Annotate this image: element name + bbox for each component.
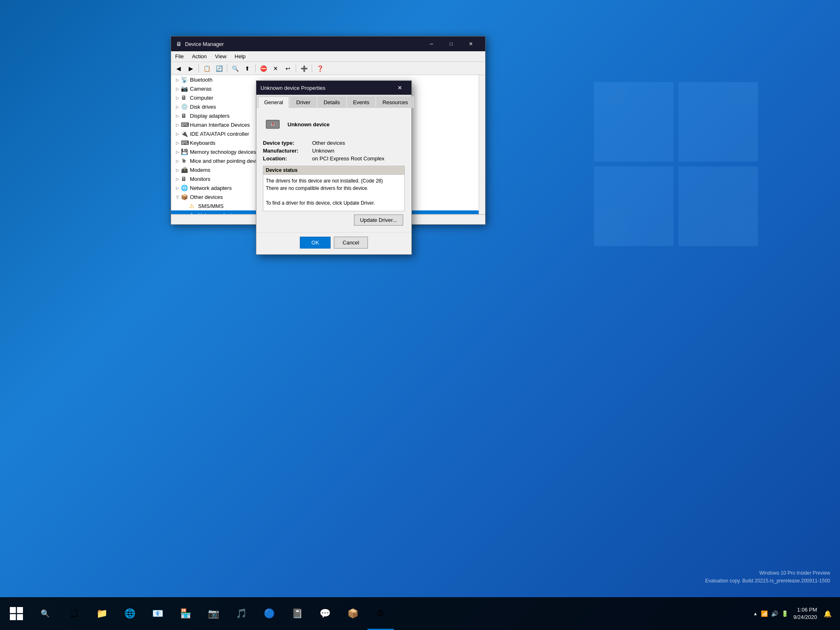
driver-update-toolbar-btn[interactable]: ⬆ — [242, 63, 253, 74]
item-icon: 💾 — [181, 148, 188, 155]
update-driver-row: Update Driver... — [263, 215, 405, 226]
tree-label-display: Display adapters — [190, 113, 230, 119]
item-icon: 🔌 — [181, 130, 188, 137]
device-manager-taskbar-button[interactable]: ⚙ — [368, 597, 394, 630]
toolbar-sep3 — [255, 64, 256, 73]
tree-label-mice: Mice and other pointing devices — [190, 158, 265, 164]
expand-icon: ▷ — [174, 114, 181, 118]
forward-button[interactable]: ▶ — [185, 63, 196, 74]
location-row: Location: on PCI Express Root Complex — [263, 155, 405, 162]
item-icon: 🖥 — [181, 94, 188, 101]
tree-label-cameras: Cameras — [190, 86, 212, 92]
toolbar-sep5 — [312, 64, 312, 73]
menu-help[interactable]: Help — [231, 52, 250, 61]
item-icon: 📠 — [181, 167, 188, 173]
edge-button[interactable]: 🌐 — [116, 597, 143, 630]
menu-action[interactable]: Action — [188, 52, 211, 61]
tab-details[interactable]: Details — [317, 96, 346, 108]
expand-icon: ▷ — [174, 150, 181, 154]
properties-button[interactable]: 📋 — [201, 63, 212, 74]
dialog-titlebar[interactable]: Unknown device Properties ✕ — [256, 81, 411, 95]
taskbar: 🔍 ❑ 📁 🌐 📧 🏪 📷 🎵 🔵 📓 💬 📦 ⚙ ▲ 📶 🔊 🔋 1:06 P… — [0, 597, 840, 630]
device-type-label: Device type: — [263, 140, 312, 146]
device-status-label: Device status — [263, 166, 405, 174]
expand-icon-other: ▽ — [174, 195, 181, 199]
tab-events[interactable]: Events — [347, 96, 376, 108]
tree-scrollbar[interactable] — [479, 75, 485, 214]
ok-button[interactable]: OK — [300, 237, 331, 249]
edge-chromium-button[interactable]: 🔵 — [256, 597, 282, 630]
menu-view[interactable]: View — [211, 52, 231, 61]
search-button[interactable]: 🔍 — [33, 597, 57, 630]
tree-label-other: Other devices — [190, 194, 223, 200]
item-icon-unknown: ⚠ — [189, 212, 196, 215]
refresh-button[interactable]: 🔄 — [213, 63, 225, 74]
start-button[interactable] — [0, 597, 33, 630]
tree-label-modems: Modems — [190, 167, 210, 173]
notification-center-button[interactable]: 🔔 — [822, 608, 833, 619]
update-driver-button[interactable]: Update Driver... — [354, 215, 403, 226]
expand-icon: ▷ — [174, 159, 181, 163]
photos-button[interactable]: 📷 — [200, 597, 226, 630]
dialog-footer: OK Cancel — [256, 232, 411, 254]
onenote-button[interactable]: 📓 — [284, 597, 310, 630]
tab-resources[interactable]: Resources — [376, 96, 414, 108]
tree-label-memory: Memory technology devices — [190, 149, 256, 155]
disable-button[interactable]: ⛔ — [258, 63, 269, 74]
windows-logo-decoration — [594, 82, 758, 246]
tray-battery-icon[interactable]: 🔋 — [781, 610, 788, 617]
device-props: Device type: Other devices Manufacturer:… — [263, 140, 405, 162]
cancel-button[interactable]: Cancel — [334, 237, 368, 249]
store-button[interactable]: 🏪 — [172, 597, 199, 630]
item-icon-other: 📦 — [181, 194, 188, 200]
toolbar: ◀ ▶ 📋 🔄 🔍 ⬆ ⛔ ✕ ↩ ➕ ❓ — [171, 62, 485, 75]
expand-icon: ▷ — [174, 177, 181, 181]
minimize-button[interactable]: ─ — [422, 37, 441, 50]
toolbar-sep2 — [227, 64, 227, 73]
device-manager-title-icon: 🖥 — [176, 41, 182, 47]
help-toolbar-btn[interactable]: ❓ — [314, 63, 326, 74]
device-icon: ? — [263, 114, 283, 134]
device-manager-titlebar[interactable]: 🖥 Device Manager ─ □ ✕ — [171, 37, 485, 51]
tab-general[interactable]: General — [258, 96, 289, 108]
svg-text:?: ? — [272, 122, 274, 127]
expand-icon: ▷ — [174, 96, 181, 100]
expand-icon: ▷ — [174, 123, 181, 127]
taskbar-icons: ❑ 📁 🌐 📧 🏪 📷 🎵 🔵 📓 💬 📦 ⚙ — [57, 597, 746, 630]
tray-sound-icon[interactable]: 🔊 — [771, 610, 778, 617]
rollback-button[interactable]: ↩ — [282, 63, 294, 74]
tree-label-unknown: Unknown device — [198, 212, 237, 215]
tray-network-icon[interactable]: 📶 — [761, 610, 768, 617]
expand-icon: ▷ — [174, 141, 181, 145]
expand-icon: ▷ — [174, 168, 181, 172]
tray-show-hidden-icon[interactable]: ▲ — [753, 611, 758, 616]
tree-label-monitors: Monitors — [190, 176, 210, 182]
manufacturer-row: Manufacturer: Unknown — [263, 148, 405, 154]
back-button[interactable]: ◀ — [173, 63, 184, 74]
start-icon — [10, 607, 23, 620]
taskview-button[interactable]: ❑ — [61, 597, 87, 630]
uninstall-button[interactable]: ✕ — [270, 63, 281, 74]
expand-icon: ▷ — [174, 132, 181, 136]
manufacturer-label: Manufacturer: — [263, 148, 312, 154]
mail-button[interactable]: 📧 — [144, 597, 171, 630]
device-status-box[interactable]: The drivers for this device are not inst… — [263, 174, 405, 211]
tray-clock[interactable]: 1:06 PM 9/24/2020 — [793, 606, 817, 621]
maximize-button[interactable]: □ — [442, 37, 461, 50]
close-button[interactable]: ✕ — [461, 37, 480, 50]
menu-file[interactable]: File — [171, 52, 188, 61]
scan-button[interactable]: 🔍 — [229, 63, 241, 74]
item-icon: 🌐 — [181, 185, 188, 191]
toolbar-sep1 — [199, 64, 199, 73]
media-player-button[interactable]: 🎵 — [228, 597, 254, 630]
device-header: ? Unknown device — [263, 114, 405, 134]
add-legacy-button[interactable]: ➕ — [298, 63, 310, 74]
device-status-text: The drivers for this device are not inst… — [266, 178, 383, 206]
teams-button[interactable]: 💬 — [312, 597, 338, 630]
tab-driver[interactable]: Driver — [290, 96, 317, 108]
file-explorer-button[interactable]: 📁 — [89, 597, 115, 630]
app-installer-button[interactable]: 📦 — [340, 597, 366, 630]
device-manager-title-text: Device Manager — [185, 41, 422, 47]
dialog-close-button[interactable]: ✕ — [393, 82, 407, 94]
toolbar-sep4 — [296, 64, 296, 73]
